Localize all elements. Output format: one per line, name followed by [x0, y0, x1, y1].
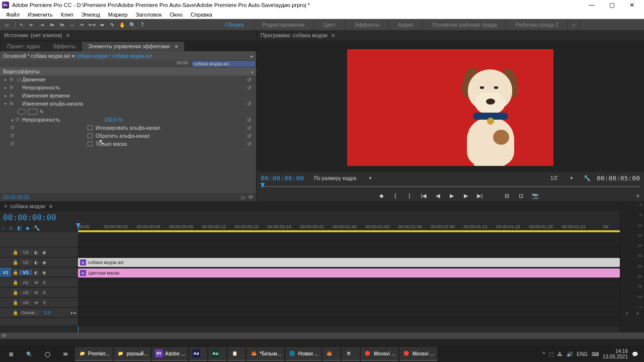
taskbar-app-6[interactable]: 🦊*Безым...	[247, 347, 284, 361]
taskbar-clock[interactable]: 14:16 13.05.2021	[603, 348, 628, 359]
step-back-icon[interactable]: ◀	[434, 193, 441, 199]
rate-stretch-icon[interactable]: ↔	[68, 21, 76, 29]
collapse-icon[interactable]: ▾	[3, 102, 8, 106]
mail-icon[interactable]: ✉	[56, 347, 74, 361]
tab-effects[interactable]: Эффекты	[47, 42, 82, 51]
chevron-down-icon[interactable]: ▾	[72, 53, 74, 59]
program-playhead[interactable]	[261, 183, 265, 188]
taskbar-app-3[interactable]: Ae	[189, 347, 207, 361]
tray-network-icon[interactable]: 🖧	[557, 351, 562, 357]
sync-icon[interactable]: ⟳	[0, 333, 8, 338]
track-head-a1[interactable]: 🔒 A1 M S	[0, 278, 78, 288]
clip-matte[interactable]: fx Цветная маска	[78, 268, 620, 278]
slip-icon[interactable]: ⟷	[88, 21, 96, 29]
fx-badge-icon[interactable]: fx	[8, 85, 15, 90]
reset-icon[interactable]: ↺	[247, 77, 251, 82]
settings-icon[interactable]: 🔧	[584, 175, 591, 182]
solo-icon[interactable]: S	[40, 300, 48, 305]
taskbar-app-7[interactable]: 🌐Новая ...	[285, 347, 321, 361]
type-icon[interactable]: T	[138, 21, 146, 29]
fx-badge-icon[interactable]: fx	[8, 93, 15, 98]
taskbar-app-4[interactable]: Au	[208, 347, 226, 361]
ec-row-alpha-adjust[interactable]: ▾ fx Изменение альфа-канала ↺	[0, 100, 256, 108]
collapse-icon[interactable]: ▸◂	[71, 310, 76, 315]
track-a2-lane[interactable]	[78, 288, 620, 298]
selection-tool-icon[interactable]: ▱	[3, 21, 11, 29]
source-patch[interactable]: V1	[0, 267, 11, 277]
fx-badge-icon[interactable]: fx	[8, 77, 15, 82]
start-button[interactable]: ⊞	[2, 347, 20, 361]
tray-keyboard-icon[interactable]: ⌨	[592, 351, 599, 357]
track-back-icon[interactable]: ⇥	[38, 21, 46, 29]
program-fit-dropdown[interactable]: По размеру кадра ▼	[314, 175, 372, 181]
export-frame-icon[interactable]: 📷	[532, 193, 539, 199]
out-point-icon[interactable]: }	[406, 193, 413, 199]
master-db[interactable]: 0,0	[44, 310, 51, 315]
taskbar-app-8[interactable]: 🦊	[323, 347, 341, 361]
go-to-out-icon[interactable]: ▶|	[476, 193, 484, 199]
link-icon[interactable]: ⊂	[9, 225, 13, 231]
clip-video[interactable]: fx собака модзи.avi	[78, 258, 620, 267]
invert-alpha-checkbox[interactable]	[88, 133, 93, 138]
mask-rect-icon[interactable]	[28, 109, 37, 115]
expand-icon[interactable]: ▸	[10, 118, 15, 122]
menu-edit[interactable]: Изменить	[24, 12, 57, 18]
chevron-right-icon[interactable]: ▸	[251, 53, 253, 59]
eye-icon[interactable]: ◐	[32, 250, 40, 255]
maximize-button[interactable]: ▢	[602, 0, 622, 10]
ec-loop-icon[interactable]: ⟳	[249, 194, 253, 201]
taskbar-app-10[interactable]: 🔴Movavi ...	[361, 347, 398, 361]
program-video-area[interactable]	[257, 40, 644, 172]
lock-icon[interactable]: 🔒	[11, 310, 19, 315]
system-tray[interactable]: ^ ⬚ 🖧 🔊 ENG ⌨ 14:16 13.05.2021 💬	[539, 348, 642, 359]
menu-sequence[interactable]: Эпизод	[77, 12, 104, 18]
track-head-v2[interactable]: 🔒 V2 ◐ ◉	[0, 257, 78, 267]
play-icon[interactable]: ▶	[448, 193, 455, 199]
output-icon[interactable]: ◉	[40, 260, 48, 265]
workspace-assembly[interactable]: Сборка	[216, 19, 254, 30]
zoom-icon[interactable]: 🔍	[128, 21, 136, 29]
close-button[interactable]: ✕	[622, 0, 642, 10]
workspace-color[interactable]: Цвет	[314, 19, 345, 30]
menu-file[interactable]: Файл	[2, 12, 24, 18]
output-icon[interactable]: ◉	[40, 270, 48, 275]
mute-icon[interactable]: M	[32, 290, 40, 295]
ec-row-time-remap[interactable]: ▸ fx Изменение времени	[0, 92, 256, 100]
marker-add-icon[interactable]: ◆	[26, 225, 30, 231]
close-icon[interactable]: ×	[4, 203, 7, 209]
ec-row-invert-alpha[interactable]: ⏱ Обратить альфа-канал ↺	[0, 132, 256, 140]
expand-icon[interactable]: ▸	[3, 85, 8, 90]
mute-icon[interactable]: M	[32, 280, 40, 285]
lock-icon[interactable]: 🔒	[11, 280, 19, 285]
ec-row-mask-only[interactable]: ⏱ Только маска ↺	[0, 140, 256, 148]
timeline-scrollbar[interactable]	[0, 326, 620, 332]
track-head-a3[interactable]: 🔒 A3 M S	[0, 298, 78, 308]
taskbar-app-11[interactable]: 🔴Movavi ...	[399, 347, 437, 361]
stopwatch-icon[interactable]: ⏱	[10, 141, 17, 146]
snap-icon[interactable]: ⌕	[2, 225, 5, 231]
reset-icon[interactable]: ↺	[247, 117, 251, 123]
menu-window[interactable]: Окно	[166, 12, 187, 18]
collapse-icon[interactable]: ▴	[251, 69, 253, 74]
track-content[interactable]: fx собака модзи.avi fx Цветная маска	[78, 232, 620, 326]
eye-icon[interactable]: ◐	[32, 270, 40, 275]
program-ruler[interactable]	[261, 183, 640, 190]
eye-icon[interactable]: ◐	[32, 260, 40, 265]
track-v3-lane[interactable]	[78, 247, 620, 257]
workspace-editing[interactable]: Редактирование	[254, 19, 314, 30]
menu-clip[interactable]: Клип	[57, 12, 77, 18]
settings-icon[interactable]: 🔧	[34, 225, 40, 231]
track-a1-lane[interactable]	[78, 278, 620, 288]
rolling-icon[interactable]: ⇋	[58, 21, 66, 29]
taskbar-app-0[interactable]: 📁Premier...	[75, 347, 113, 361]
reset-icon[interactable]: ↺	[247, 125, 251, 131]
marker-icon[interactable]: ◆	[378, 193, 385, 199]
workspace-2[interactable]: Рабочая среда 2	[507, 19, 568, 30]
track-name[interactable]: A1	[19, 280, 32, 285]
ec-row-opacity[interactable]: ▸ fx Непрозрачность ↺	[0, 83, 256, 92]
track-head-v1[interactable]: V1 🔒 V1 ◐ ◉	[0, 267, 78, 278]
track-head-a2[interactable]: 🔒 A2 M S	[0, 288, 78, 298]
panel-menu-icon[interactable]: ≡	[66, 32, 69, 38]
taskbar-app-5[interactable]: 📋	[227, 347, 246, 361]
tab-effect-controls[interactable]: Элементы управления эффектами ≡	[82, 42, 184, 51]
